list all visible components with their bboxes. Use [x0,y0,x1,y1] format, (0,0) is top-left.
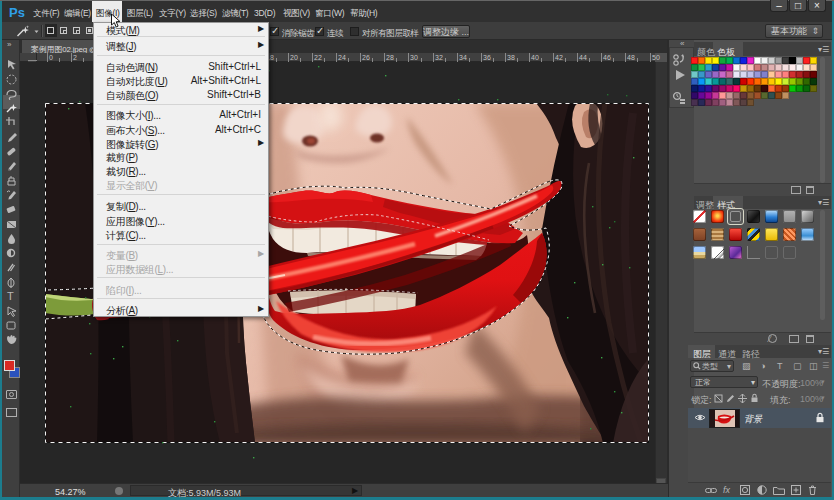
svg-text:T: T [7,290,14,302]
